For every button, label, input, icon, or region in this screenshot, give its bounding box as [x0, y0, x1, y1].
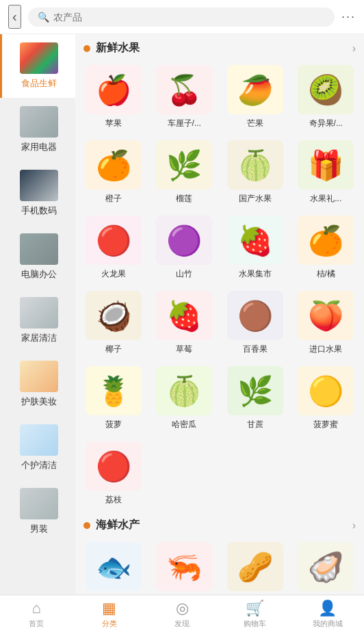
- grid-img-apple: 🍎: [86, 65, 142, 114]
- sidebar-thumb-food: [20, 42, 58, 74]
- grid-item-jackfruit2[interactable]: 🟡 菠萝蜜: [291, 361, 362, 436]
- grid-img-sugarcane: 🌿: [227, 366, 283, 415]
- nav-item-myshop[interactable]: 👤 我的商城: [291, 599, 364, 629]
- grid-img-fruitmix: 🍓: [227, 216, 283, 265]
- nav-item-home[interactable]: ⌂ 首页: [0, 599, 73, 629]
- section-arrow-seafood[interactable]: ›: [352, 519, 356, 532]
- nav-label-category: 分类: [102, 619, 117, 629]
- grid-label-kiwi: 奇异果/...: [309, 118, 343, 129]
- grid-label-coconut: 椰子: [105, 344, 122, 355]
- grid-img-tangerine: 🍊: [298, 216, 354, 265]
- grid-img-dried: 🥜: [227, 542, 283, 591]
- grid-img-cherry: 🍒: [156, 65, 212, 114]
- nav-item-category[interactable]: ▦ 分类: [73, 599, 145, 629]
- grid-img-gift: 🎁: [298, 140, 354, 190]
- grid-item-tangerine[interactable]: 🍊 桔/橘: [291, 210, 362, 285]
- section-header-left: 海鲜水产: [83, 518, 140, 532]
- nav-label-cart: 购物车: [244, 619, 266, 629]
- grid-item-mango[interactable]: 🥭 芒果: [220, 60, 291, 135]
- section-header-seafood: 海鲜水产 ›: [75, 511, 364, 537]
- back-button[interactable]: ‹: [8, 5, 21, 29]
- grid-label-pineapple: 菠萝: [105, 419, 122, 430]
- grid-item-fish[interactable]: 🐟 鱼类: [78, 537, 149, 595]
- sidebar-item-food[interactable]: 食品生鲜: [0, 34, 75, 98]
- search-box[interactable]: 🔍: [28, 8, 335, 27]
- grid-item-sugarcane[interactable]: 🌿 甘蔗: [220, 361, 291, 436]
- sidebar-item-mens[interactable]: 男装: [0, 480, 75, 543]
- grid-img-strawberry: 🍓: [156, 291, 212, 340]
- grid-img-coconut: 🥥: [86, 291, 142, 340]
- sidebar-label-computer: 电脑办公: [21, 268, 57, 281]
- sidebar-item-homecare[interactable]: 家居清洁: [0, 289, 75, 352]
- grid-label-orange: 橙子: [105, 193, 122, 205]
- grid-item-imported[interactable]: 🍑 进口水果: [291, 285, 362, 361]
- grid-item-mangosteen[interactable]: 🟣 山竹: [149, 210, 220, 285]
- sidebar-label-mobile: 手机数码: [21, 205, 57, 217]
- more-button[interactable]: ···: [341, 10, 356, 24]
- sidebar-thumb-mens: [20, 488, 58, 519]
- sidebar-thumb-appliance: [20, 106, 58, 138]
- grid-item-durian[interactable]: 🌿 榴莲: [149, 135, 220, 210]
- main-layout: 食品生鲜 家用电器 手机数码 电脑办公 家居清洁 护肤美妆 个护清洁 男装 新鲜…: [0, 34, 364, 595]
- grid-item-gift[interactable]: 🎁 水果礼...: [291, 135, 362, 210]
- grid-item-passionfruit[interactable]: 🟤 百香果: [220, 285, 291, 361]
- nav-item-cart[interactable]: 🛒 购物车: [218, 599, 291, 629]
- sidebar-item-computer[interactable]: 电脑办公: [0, 225, 75, 289]
- sidebar-item-beauty[interactable]: 护肤美妆: [0, 352, 75, 416]
- sidebar: 食品生鲜 家用电器 手机数码 电脑办公 家居清洁 护肤美妆 个护清洁 男装: [0, 34, 75, 595]
- grid-img-dragon: 🔴: [86, 216, 142, 265]
- grid-item-apple[interactable]: 🍎 苹果: [78, 60, 149, 135]
- sidebar-item-appliance[interactable]: 家用电器: [0, 98, 75, 162]
- grid-item-orange[interactable]: 🍊 橙子: [78, 135, 149, 210]
- grid-item-shellfish[interactable]: 🦪 贝类: [291, 537, 362, 595]
- grid-label-dragon: 火龙果: [101, 268, 126, 280]
- grid-label-cherry: 车厘子/...: [168, 118, 201, 129]
- sidebar-thumb-beauty: [20, 361, 58, 392]
- grid-item-dried[interactable]: 🥜 海产干货: [220, 537, 291, 595]
- sidebar-label-beauty: 护肤美妆: [21, 396, 57, 408]
- grid-label-jackfruit: 国产水果: [239, 193, 272, 205]
- grid-label-strawberry: 草莓: [176, 344, 192, 355]
- sidebar-label-food: 食品生鲜: [21, 77, 57, 90]
- grid-label-mango: 芒果: [247, 118, 263, 129]
- grid-img-melon: 🍈: [156, 366, 212, 415]
- search-input[interactable]: [53, 12, 325, 23]
- grid-item-melon[interactable]: 🍈 哈密瓜: [149, 361, 220, 436]
- grid-img-mango: 🥭: [227, 65, 283, 114]
- grid-item-jackfruit[interactable]: 🍈 国产水果: [220, 135, 291, 210]
- grid-item-fruitmix[interactable]: 🍓 水果集市: [220, 210, 291, 285]
- grid-item-strawberry[interactable]: 🍓 草莓: [149, 285, 220, 361]
- section-title-fresh-fruit: 新鲜水果: [96, 41, 140, 55]
- grid-img-kiwi: 🥝: [298, 65, 354, 114]
- grid-item-cherry[interactable]: 🍒 车厘子/...: [149, 60, 220, 135]
- grid-label-melon: 哈密瓜: [172, 419, 196, 430]
- grid-img-durian: 🌿: [156, 140, 212, 190]
- sidebar-label-mens: 男装: [30, 523, 48, 535]
- nav-icon-home: ⌂: [32, 599, 41, 617]
- grid-item-lychee[interactable]: 🔴 荔枝: [78, 436, 149, 511]
- grid-img-pineapple: 🍍: [86, 366, 142, 415]
- sidebar-thumb-homecare: [20, 297, 58, 328]
- sidebar-item-personal[interactable]: 个护清洁: [0, 416, 75, 480]
- search-icon: 🔍: [38, 12, 49, 23]
- grid-item-shrimp[interactable]: 🦐 虾类: [149, 537, 220, 595]
- top-bar: ‹ 🔍 ···: [0, 0, 364, 34]
- grid-item-pineapple[interactable]: 🍍 菠萝: [78, 361, 149, 436]
- section-arrow-fresh-fruit[interactable]: ›: [352, 42, 356, 55]
- sidebar-thumb-personal: [20, 424, 58, 456]
- grid-label-durian: 榴莲: [176, 193, 192, 205]
- grid-item-kiwi[interactable]: 🥝 奇异果/...: [291, 60, 362, 135]
- grid-img-fish: 🐟: [86, 542, 142, 591]
- grid-img-imported: 🍑: [298, 291, 354, 340]
- section-dot-fresh-fruit: [83, 45, 90, 52]
- content-area: 新鲜水果 › 🍎 苹果 🍒 车厘子/... 🥭 芒果 🥝 奇异果/... 🍊 橙…: [75, 34, 364, 595]
- grid-fresh-fruit: 🍎 苹果 🍒 车厘子/... 🥭 芒果 🥝 奇异果/... 🍊 橙子 🌿 榴莲 …: [75, 60, 364, 511]
- grid-img-orange: 🍊: [86, 140, 142, 190]
- grid-img-jackfruit2: 🟡: [298, 366, 354, 415]
- nav-item-discover[interactable]: ◎ 发现: [146, 599, 218, 629]
- grid-item-dragon[interactable]: 🔴 火龙果: [78, 210, 149, 285]
- grid-item-coconut[interactable]: 🥥 椰子: [78, 285, 149, 361]
- grid-img-mangosteen: 🟣: [156, 216, 212, 265]
- sidebar-item-mobile[interactable]: 手机数码: [0, 162, 75, 225]
- grid-label-jackfruit2: 菠萝蜜: [313, 419, 338, 430]
